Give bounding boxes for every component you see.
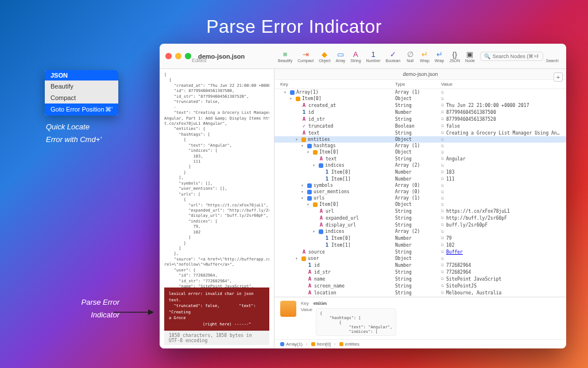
- tree-row[interactable]: ▾symbolsArray (0)⧉: [274, 182, 566, 189]
- search-input[interactable]: [493, 53, 539, 59]
- tree-row[interactable]: AsourceString⧉Buffer: [274, 248, 566, 255]
- ctx-goto-shortcut: ⌘': [105, 106, 113, 113]
- tree-row[interactable]: ▾userObject⧉: [274, 255, 566, 262]
- titlebar: demo-json.json Edited ≡Beautify⇥Compact◆…: [160, 44, 566, 69]
- toolbar-wrap-button[interactable]: ↵Wrap: [418, 48, 431, 64]
- ctx-goto-label: Goto Error Position: [51, 106, 105, 113]
- ctx-item-goto-error[interactable]: Goto Error Position ⌘': [45, 103, 118, 116]
- toolbar-object-button[interactable]: ◆Object: [317, 48, 332, 64]
- breadcrumb[interactable]: Array(1)›Item[0]›entities: [274, 339, 566, 348]
- code-pane[interactable]: [ { "created_at": "Thu Jun 22 21:00:00 +…: [160, 69, 274, 348]
- column-headers: Key Type Value: [274, 80, 566, 89]
- tree-row[interactable]: Aid_strString⧉772682964: [274, 269, 566, 275]
- tree-row[interactable]: ✓truncatedBoolean⧉false: [274, 122, 566, 129]
- traffic-lights[interactable]: [165, 53, 191, 59]
- breadcrumb-item[interactable]: Array(1): [280, 342, 303, 347]
- search-label-text: Search: [546, 59, 559, 63]
- tree-row[interactable]: ▾entitiesObject⧉: [274, 136, 566, 143]
- detail-key-label: Key: [301, 301, 309, 306]
- status-bar: 1858 characters, 1858 bytes in UTF-8 enc…: [164, 331, 269, 345]
- tree-row[interactable]: 1Item[1]Number⧉111: [274, 175, 566, 182]
- detail-key: entities: [314, 301, 327, 306]
- ctx-item-compact[interactable]: Compact: [45, 92, 118, 103]
- tree-row[interactable]: AlocationString⧉Melbourne, Australia: [274, 289, 566, 296]
- page-title: Parse Error Indicator: [0, 16, 588, 37]
- tree-row[interactable]: ▾indicesArray (2)⧉: [274, 228, 566, 235]
- tree-row[interactable]: AnameString⧉SitePoint JavaScript: [274, 275, 566, 282]
- search-icon: 🔍: [484, 53, 490, 59]
- app-window: demo-json.json Edited ≡Beautify⇥Compact◆…: [160, 44, 566, 348]
- tree-row[interactable]: AtextString⧉Creating a Grocery List Mana…: [274, 129, 566, 136]
- close-icon[interactable]: [165, 53, 172, 59]
- svg-marker-1: [148, 309, 154, 315]
- tree-row[interactable]: 1Item[0]Number⧉103: [274, 168, 566, 175]
- tree-row[interactable]: ▾Item[0]Object⧉: [274, 95, 566, 102]
- caption-locate: Quick Locate Error with Cmd+': [46, 121, 126, 146]
- toolbar-array-button[interactable]: ▭Array: [334, 48, 347, 64]
- code-editor[interactable]: [ { "created_at": "Thu Jun 22 21:00:00 +…: [164, 72, 269, 288]
- detail-value-label: Value: [301, 307, 312, 312]
- tree-row[interactable]: Aexpanded_urlString⧉http://buff.ly/2sr60…: [274, 214, 566, 221]
- detail-panel: Key entities Value { "hashtags": [ { "te…: [274, 297, 566, 339]
- breadcrumb-item[interactable]: Item[0]: [311, 342, 331, 347]
- tree-row[interactable]: ▾urlsArray (1)⧉: [274, 195, 566, 201]
- zoom-icon[interactable]: [185, 53, 191, 59]
- tree-row[interactable]: ▾Item[0]Object⧉: [274, 201, 566, 208]
- toolbar-compact-button[interactable]: ⇥Compact: [296, 48, 315, 64]
- tree-row[interactable]: AtextString⧉Angular: [274, 155, 566, 162]
- object-icon: [280, 301, 296, 317]
- toolbar: ≡Beautify⇥Compact◆Object▭ArrayAString1Nu…: [276, 48, 477, 64]
- toolbar-null-button[interactable]: ∅Null: [404, 48, 416, 64]
- tree-row[interactable]: Ascreen_nameString⧉SitePointJS: [274, 282, 566, 289]
- parse-error-indicator: lexical error: invalid char in json text…: [164, 288, 269, 331]
- toolbar-node-button[interactable]: ▣Node: [463, 48, 477, 64]
- search-box[interactable]: 🔍: [480, 52, 543, 61]
- tree-row[interactable]: ▾Array(1)Array (1)⧉: [274, 89, 566, 95]
- tree-row[interactable]: Adisplay_urlString⧉buff.ly/2sr60pF: [274, 221, 566, 228]
- search-label: Search: [544, 48, 560, 64]
- ctx-item-beautify[interactable]: Beautify: [45, 80, 118, 92]
- ctx-header: JSON: [45, 70, 118, 80]
- json-tree[interactable]: ▾Array(1)Array (1)⧉▾Item[0]Object⧉Acreat…: [274, 89, 566, 297]
- json-context-menu: JSON Beautify Compact Goto Error Positio…: [45, 70, 118, 116]
- tree-row[interactable]: ▾user_mentionsArray (0)⧉: [274, 189, 566, 195]
- tab-filename[interactable]: demo-json.json: [274, 69, 566, 80]
- col-value: Value: [441, 82, 560, 87]
- toolbar-boolean-button[interactable]: ✓Boolean: [384, 48, 402, 64]
- toolbar-string-button[interactable]: AString: [349, 48, 362, 64]
- add-tab-button[interactable]: +: [554, 72, 563, 82]
- tree-row[interactable]: 1Item[1]Number⧉102: [274, 241, 566, 248]
- toolbar-beautify-button[interactable]: ≡Beautify: [276, 48, 294, 64]
- col-key: Key: [280, 82, 395, 87]
- tree-row[interactable]: 1idNumber⧉772682964: [274, 262, 566, 269]
- minimize-icon[interactable]: [175, 53, 181, 59]
- col-type: Type: [395, 82, 441, 87]
- tree-row[interactable]: ▾hashtagsArray (1)⧉: [274, 143, 566, 149]
- tree-row[interactable]: ▾Item[0]Object⧉: [274, 149, 566, 155]
- breadcrumb-item[interactable]: entities: [339, 342, 359, 347]
- caption-indicator: Parse Error Indicator: [56, 296, 119, 321]
- detail-value[interactable]: { "hashtags": [ { "text": "Angular", "in…: [316, 308, 396, 336]
- toolbar-number-button[interactable]: 1Number: [365, 48, 382, 64]
- toolbar-json-button[interactable]: {}JSON: [447, 48, 462, 64]
- tree-row[interactable]: 1idNumber⧉877994604561387500: [274, 109, 566, 116]
- tree-row[interactable]: 1Item[0]Number⧉79: [274, 235, 566, 241]
- arrow-icon: [114, 306, 154, 318]
- tree-row[interactable]: ▾indicesArray (2)⧉: [274, 162, 566, 168]
- tree-pane: demo-json.json Key Type Value ▾Array(1)A…: [274, 69, 566, 348]
- tree-row[interactable]: Acreated_atString⧉Thu Jun 22 21:00:00 +0…: [274, 102, 566, 109]
- toolbar-wrap-button[interactable]: ↵Wrap: [433, 48, 446, 64]
- document-subtitle: Edited: [192, 57, 207, 63]
- tree-row[interactable]: Aid_strString⧉877994604561387520: [274, 116, 566, 122]
- tree-row[interactable]: AurlString⧉https://t.co/xFox78juL1: [274, 208, 566, 214]
